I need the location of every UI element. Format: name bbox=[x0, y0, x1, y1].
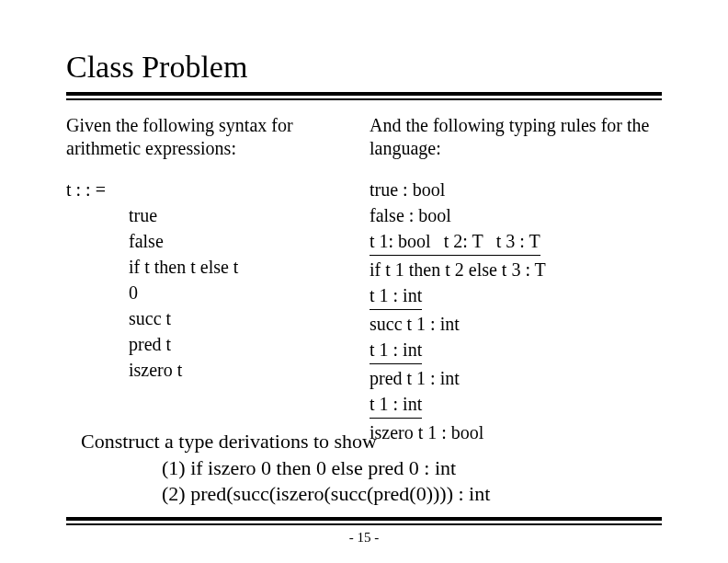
construct-item: (2) pred(succ(iszero(succ(pred(0)))) : i… bbox=[81, 481, 490, 508]
rule-if-premises: t 1: boolt 2: Tt 3 : T bbox=[370, 228, 546, 257]
rule-axiom: false : bool bbox=[370, 202, 546, 228]
inference-bar bbox=[370, 418, 422, 419]
page-number: - 15 - bbox=[0, 530, 728, 546]
syntax-line: iszero t bbox=[66, 357, 238, 383]
rule-if-conclusion: if t 1 then t 2 else t 3 : T bbox=[370, 257, 546, 282]
bottom-underline bbox=[66, 517, 662, 525]
construct-block: Construct a type derivations to show (1)… bbox=[81, 429, 490, 508]
premise: t 1 : int bbox=[370, 285, 422, 305]
title-underline bbox=[66, 92, 662, 100]
rule-pred-conclusion: pred t 1 : int bbox=[370, 365, 546, 391]
premise: t 1 : int bbox=[370, 394, 422, 414]
construct-item: (1) if iszero 0 then 0 else pred 0 : int bbox=[81, 455, 490, 482]
intro-left-text: Given the following syntax for arithmeti… bbox=[66, 114, 351, 160]
rule-axiom: true : bool bbox=[370, 177, 546, 202]
rule-succ-conclusion: succ t 1 : int bbox=[370, 311, 546, 337]
syntax-line: succ t bbox=[66, 305, 238, 331]
inference-bar bbox=[370, 309, 422, 310]
construct-head: Construct a type derivations to show bbox=[81, 429, 490, 455]
syntax-line: false bbox=[66, 228, 238, 254]
syntax-line: 0 bbox=[66, 280, 238, 305]
syntax-line: pred t bbox=[66, 331, 238, 357]
syntax-head: t : : = bbox=[66, 177, 238, 202]
premise: t 2: T bbox=[444, 231, 483, 251]
typing-rules-block: true : bool false : bool t 1: boolt 2: T… bbox=[370, 177, 546, 445]
premise: t 1 : int bbox=[370, 339, 422, 360]
rule-pred-premise: t 1 : int bbox=[370, 337, 546, 365]
premise: t 1: bool bbox=[370, 231, 431, 251]
syntax-line: if t then t else t bbox=[66, 254, 238, 280]
rule-succ-premise: t 1 : int bbox=[370, 282, 546, 311]
syntax-line: true bbox=[66, 202, 238, 228]
rule-iszero-premise: t 1 : int bbox=[370, 391, 546, 419]
slide-title: Class Problem bbox=[66, 50, 247, 85]
inference-bar bbox=[370, 363, 422, 364]
intro-right-text: And the following typing rules for the l… bbox=[370, 114, 673, 160]
premise: t 3 : T bbox=[496, 231, 540, 251]
inference-bar bbox=[370, 255, 540, 256]
syntax-block: t : : = true false if t then t else t 0 … bbox=[66, 177, 238, 383]
